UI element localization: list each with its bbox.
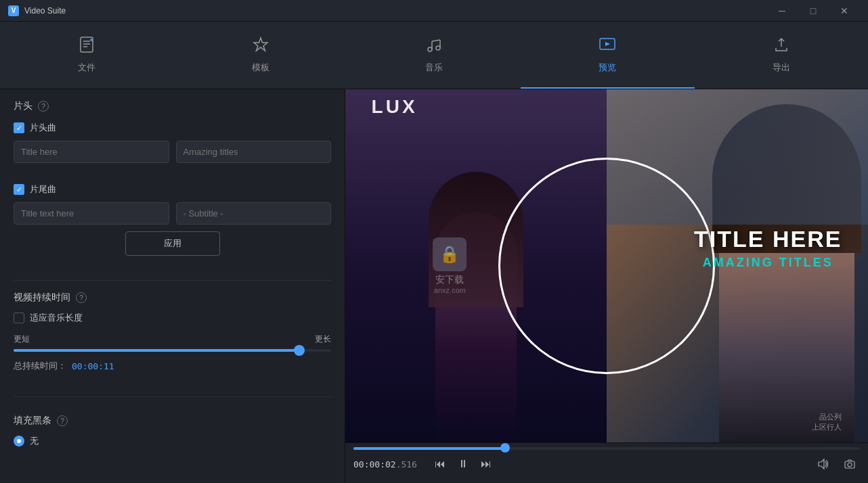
title-sub-text: AMAZING TITLES <box>694 256 842 270</box>
fill-none-row: 无 <box>14 435 331 447</box>
watermark-icon: 🔒 <box>433 237 466 271</box>
intro-help-icon[interactable]: ? <box>38 101 49 112</box>
bottom-text-1: 品公列 <box>812 412 842 422</box>
toolbar-preview-label: 预览 <box>599 62 616 74</box>
fill-title-text: 填充黑条 <box>14 415 51 427</box>
app-title: Video Suite <box>24 6 761 16</box>
pause-button[interactable]: ⏸ <box>454 455 473 473</box>
titlebar: V Video Suite ─ □ ✕ <box>0 0 868 22</box>
time-display: 00:00:02.516 <box>353 459 417 469</box>
intro-input-row <box>14 141 331 163</box>
intro-music-checkbox[interactable]: ✓ <box>14 122 24 133</box>
toolbar-item-file[interactable]: 文件 <box>0 22 173 89</box>
export-icon <box>773 36 790 58</box>
outro-music-label: 片尾曲 <box>30 183 56 196</box>
adapt-music-label: 适应音乐长度 <box>30 312 83 324</box>
adapt-music-row: 适应音乐长度 <box>14 312 331 324</box>
toolbar-music-label: 音乐 <box>425 62 443 74</box>
fill-help-icon[interactable]: ? <box>57 415 68 426</box>
video-background: 🔒 安下载 anxz.com LUX TITLE HERE AMAZING TI… <box>345 89 868 442</box>
toolbar-item-template[interactable]: 模板 <box>173 22 347 89</box>
intro-subtitle-input[interactable] <box>176 141 332 163</box>
volume-button[interactable] <box>812 455 833 473</box>
watermark-overlay: 🔒 安下载 anxz.com <box>433 237 466 294</box>
fill-none-label: 无 <box>30 435 39 447</box>
progress-track[interactable] <box>353 447 860 450</box>
close-button[interactable]: ✕ <box>829 0 860 22</box>
outro-input-row <box>14 202 331 225</box>
outro-section: ✓ 片尾曲 应用 <box>14 183 331 256</box>
slider-fill <box>14 349 299 352</box>
fill-section: 填充黑条 ? 无 <box>14 415 331 447</box>
preview-icon <box>599 36 616 58</box>
svg-point-17 <box>848 463 852 467</box>
outro-check-icon: ✓ <box>16 185 22 194</box>
playback-bar: 00:00:02.516 ⏮ ⏸ ⏭ <box>345 442 868 483</box>
outro-music-row: ✓ 片尾曲 <box>14 183 331 196</box>
bottom-text-2: 上区行人 <box>812 422 842 432</box>
step-back-button[interactable]: ⏮ <box>431 455 450 473</box>
screenshot-button[interactable] <box>840 455 860 473</box>
slider-right-label: 更长 <box>315 334 331 345</box>
outro-title-input[interactable] <box>14 202 169 225</box>
svg-point-8 <box>436 46 440 50</box>
watermark-sub: anxz.com <box>434 286 466 294</box>
svg-marker-13 <box>605 42 610 46</box>
duration-section: 视频持续时间 ? 适应音乐长度 更短 更长 总持续时间： 00:00:11 <box>14 292 331 372</box>
main-content: 片头 ? ✓ 片头曲 ✓ 片尾曲 <box>0 89 868 483</box>
intro-music-row: ✓ 片头曲 <box>14 122 331 134</box>
svg-point-7 <box>428 47 432 51</box>
title-overlay: TITLE HERE AMAZING TITLES <box>694 227 842 270</box>
file-icon <box>78 36 95 58</box>
title-main-text: TITLE HERE <box>694 227 842 252</box>
apply-button[interactable]: 应用 <box>125 231 220 256</box>
controls-row: 00:00:02.516 ⏮ ⏸ ⏭ <box>353 455 860 473</box>
template-icon <box>252 36 269 58</box>
duration-help-icon[interactable]: ? <box>76 292 87 303</box>
svg-marker-6 <box>254 38 267 51</box>
watermark-text: 安下载 <box>435 274 464 286</box>
duration-title: 视频持续时间 ? <box>14 292 331 304</box>
toolbar-item-preview[interactable]: 预览 <box>521 22 694 89</box>
outro-subtitle-input[interactable] <box>176 202 332 225</box>
playback-controls: ⏮ ⏸ ⏭ <box>431 455 496 473</box>
toolbar: 文件 模板 音乐 预览 <box>0 22 868 89</box>
controls-right <box>812 455 860 473</box>
intro-title-input[interactable] <box>14 141 169 163</box>
toolbar-item-music[interactable]: 音乐 <box>347 22 521 89</box>
progress-fill <box>353 447 505 450</box>
maximize-button[interactable]: □ <box>798 0 829 22</box>
step-forward-button[interactable]: ⏭ <box>477 455 496 473</box>
toolbar-item-export[interactable]: 导出 <box>695 22 868 89</box>
outro-music-checkbox[interactable]: ✓ <box>14 184 24 195</box>
toolbar-template-label: 模板 <box>252 62 269 74</box>
duration-title-text: 视频持续时间 <box>14 292 70 304</box>
right-panel: 🔒 安下载 anxz.com LUX TITLE HERE AMAZING TI… <box>345 89 868 483</box>
lux-text: LUX <box>372 96 418 118</box>
window-controls: ─ □ ✕ <box>766 0 860 22</box>
radio-dot <box>17 439 21 443</box>
toolbar-file-label: 文件 <box>78 62 95 74</box>
duration-slider[interactable] <box>14 349 331 352</box>
divider-2 <box>14 396 331 397</box>
fill-none-radio[interactable] <box>14 436 24 446</box>
circle-overlay <box>498 158 715 374</box>
adapt-music-checkbox[interactable] <box>14 313 24 323</box>
total-time-label: 总持续时间： <box>14 360 66 372</box>
total-time-value: 00:00:11 <box>72 361 114 371</box>
fill-title: 填充黑条 ? <box>14 415 331 427</box>
music-icon <box>425 36 443 58</box>
minimize-button[interactable]: ─ <box>766 0 798 22</box>
total-time-row: 总持续时间： 00:00:11 <box>14 360 331 372</box>
toolbar-export-label: 导出 <box>773 62 790 74</box>
time-main: 00:00:02 <box>353 459 396 469</box>
video-area: 🔒 安下载 anxz.com LUX TITLE HERE AMAZING TI… <box>345 89 868 442</box>
app-icon: V <box>8 5 19 16</box>
intro-title-text: 片头 <box>14 100 32 112</box>
progress-thumb <box>500 443 510 453</box>
intro-section-title: 片头 ? <box>14 100 331 112</box>
slider-thumb <box>294 345 305 356</box>
svg-marker-15 <box>819 459 824 469</box>
check-icon: ✓ <box>16 124 22 133</box>
bottom-text: 品公列 上区行人 <box>812 412 842 432</box>
